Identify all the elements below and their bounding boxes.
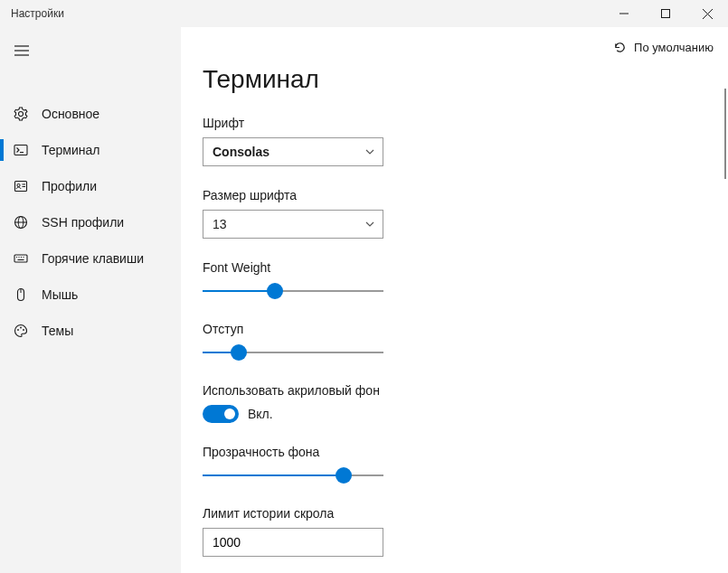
padding-slider[interactable] — [203, 343, 383, 362]
sidebar-item-label: Основное — [42, 107, 99, 121]
palette-icon — [13, 323, 29, 339]
field-label: Шрифт — [203, 116, 706, 130]
reset-defaults-button[interactable]: По умолчанию — [613, 41, 714, 54]
field-label: Прозрачность фона — [203, 445, 706, 459]
page-title: Терминал — [181, 65, 728, 94]
reset-defaults-label: По умолчанию — [634, 41, 714, 54]
field-scroll-limit: Лимит истории скрола — [203, 506, 706, 557]
field-opacity: Прозрачность фона — [203, 445, 706, 484]
field-label: Отступ — [203, 322, 706, 336]
settings-scroll[interactable]: Шрифт Consolas Размер шрифта 13 Font Wei… — [181, 116, 728, 573]
sidebar-item-mouse[interactable]: Мышь — [0, 277, 181, 313]
sidebar-item-label: Мышь — [42, 287, 78, 302]
svg-rect-1 — [662, 10, 670, 18]
terminal-icon — [13, 142, 29, 158]
field-padding: Отступ — [203, 322, 706, 362]
hamburger-icon — [14, 45, 29, 56]
close-button[interactable] — [686, 0, 728, 27]
minimize-icon — [619, 9, 629, 18]
window-controls — [603, 0, 728, 27]
field-font-size: Размер шрифта 13 — [203, 188, 706, 239]
field-label: Размер шрифта — [203, 188, 706, 202]
field-font-weight: Font Weight — [203, 260, 706, 300]
toggle-knob — [224, 409, 235, 419]
keyboard-icon — [13, 250, 29, 267]
field-font: Шрифт Consolas — [203, 116, 706, 166]
acrylic-toggle[interactable] — [203, 405, 239, 423]
svg-rect-15 — [14, 255, 27, 262]
field-acrylic: Использовать акриловый фон Вкл. — [203, 383, 706, 423]
sidebar-item-label: Горячие клавиши — [42, 251, 144, 266]
sidebar-item-general[interactable]: Основное — [0, 96, 181, 132]
svg-rect-7 — [14, 146, 27, 155]
sidebar-item-ssh-profiles[interactable]: SSH профили — [0, 204, 181, 240]
field-label: Font Weight — [203, 260, 706, 275]
font-size-select-value: 13 — [213, 217, 227, 231]
svg-point-9 — [17, 183, 20, 186]
titlebar: Настройки — [0, 0, 728, 27]
slider-thumb[interactable] — [231, 344, 247, 361]
sidebar-item-terminal[interactable]: Терминал — [0, 132, 181, 168]
field-label: Использовать акриловый фон — [203, 383, 706, 398]
svg-point-23 — [17, 329, 19, 331]
font-weight-slider[interactable] — [203, 282, 383, 300]
sidebar-item-label: Темы — [42, 324, 73, 338]
font-size-select[interactable]: 13 — [203, 210, 383, 239]
maximize-button[interactable] — [645, 0, 686, 27]
content: По умолчанию Терминал Шрифт Consolas Раз… — [181, 27, 728, 573]
sidebar-item-profiles[interactable]: Профили — [0, 168, 181, 204]
minimize-button[interactable] — [603, 0, 645, 27]
undo-icon — [613, 41, 627, 54]
profiles-icon — [13, 178, 29, 194]
svg-point-24 — [20, 327, 22, 329]
window-title: Настройки — [0, 7, 64, 20]
font-select[interactable]: Consolas — [203, 137, 383, 166]
chevron-down-icon — [364, 146, 375, 157]
app-body: Основное Терминал Профили SSH профили Го — [0, 27, 728, 573]
sidebar: Основное Терминал Профили SSH профили Го — [0, 27, 181, 573]
content-header: По умолчанию — [181, 27, 728, 67]
svg-point-25 — [23, 329, 24, 331]
opacity-slider[interactable] — [203, 466, 383, 484]
slider-fill — [203, 474, 344, 476]
sidebar-item-themes[interactable]: Темы — [0, 313, 181, 349]
scrollbar-thumb[interactable] — [724, 89, 726, 179]
globe-icon — [13, 214, 29, 230]
chevron-down-icon — [364, 219, 375, 230]
slider-fill — [203, 290, 275, 292]
mouse-icon — [13, 286, 29, 303]
maximize-icon — [661, 9, 670, 18]
hamburger-button[interactable] — [0, 33, 43, 69]
sidebar-item-hotkeys[interactable]: Горячие клавиши — [0, 240, 181, 277]
font-select-value: Consolas — [213, 145, 269, 159]
slider-thumb[interactable] — [267, 283, 283, 299]
scroll-limit-input[interactable] — [203, 528, 383, 557]
field-label: Лимит истории скрола — [203, 506, 706, 521]
slider-thumb[interactable] — [336, 467, 352, 484]
toggle-state-label: Вкл. — [248, 407, 273, 421]
gear-icon — [13, 106, 29, 122]
sidebar-item-label: Терминал — [42, 143, 99, 157]
sidebar-item-label: Профили — [42, 179, 97, 193]
close-icon — [703, 9, 713, 19]
sidebar-item-label: SSH профили — [42, 215, 124, 230]
